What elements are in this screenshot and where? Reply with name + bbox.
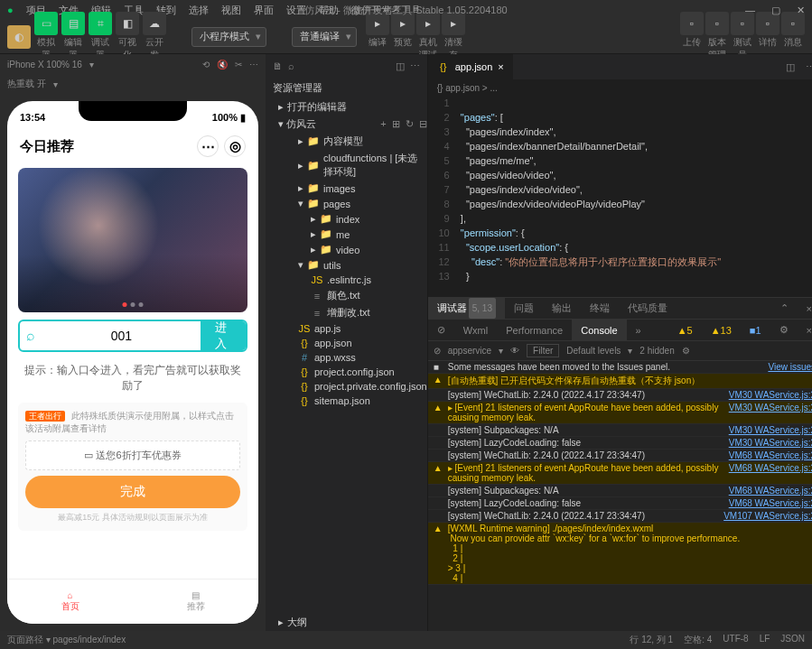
levels-select[interactable]: Default levels <box>566 346 621 356</box>
close-icon[interactable]: × <box>798 298 812 319</box>
target-icon[interactable]: ◎ <box>224 135 246 157</box>
tree-node[interactable]: ▾ 📁 utils <box>266 257 427 273</box>
banner-image[interactable] <box>18 168 247 312</box>
menu-item[interactable]: 帮助 <box>319 4 339 17</box>
devtool-tab[interactable]: 调试器5, 13 <box>428 298 505 319</box>
rotate-icon[interactable]: ⟲ <box>202 60 210 70</box>
source-link[interactable]: VM30 WAService.js:2 <box>729 403 812 422</box>
avatar-icon[interactable]: ◐ <box>7 25 31 49</box>
source-link[interactable]: VM68 WAService.js:2 <box>729 463 812 483</box>
tree-node[interactable]: {} project.private.config.json <box>266 379 427 394</box>
search-icon[interactable]: ⌕ <box>288 60 294 71</box>
menu-item[interactable]: 视图 <box>221 4 241 17</box>
tree-node[interactable]: JS .eslintrc.js <box>266 273 427 287</box>
project-root[interactable]: ▾ 仿风云 +⊞↻⊟ <box>266 116 427 133</box>
code-editor[interactable]: 12345678910111213 "pages": [ "pages/inde… <box>428 96 812 297</box>
menu-icon[interactable]: ⋯ <box>197 135 219 157</box>
hot-reload[interactable]: 热重载 开 <box>7 78 46 90</box>
menu-item[interactable]: 界面 <box>254 4 274 17</box>
compile-select[interactable]: 普通编译 <box>292 27 357 47</box>
toolbar-button[interactable]: ▫ <box>680 12 704 35</box>
refresh-icon[interactable]: ↻ <box>406 118 414 130</box>
close-icon[interactable]: ✕ <box>797 0 805 20</box>
tab-console[interactable]: Console <box>572 320 626 340</box>
tab-app-json[interactable]: {}app.json× <box>428 54 513 79</box>
new-folder-icon[interactable]: ⊞ <box>392 118 400 130</box>
settings-icon[interactable]: ⚙ <box>770 320 798 340</box>
collapse-icon[interactable]: ⊟ <box>419 118 427 130</box>
eye-icon[interactable]: 👁 <box>510 346 519 356</box>
action-button[interactable]: ▸ <box>366 12 389 35</box>
more-icon[interactable]: ⋯ <box>800 61 812 73</box>
clear-icon[interactable]: ⊘ <box>434 346 441 356</box>
tab-home[interactable]: ⌂首页 <box>7 579 133 624</box>
tree-node[interactable]: ▸ 📁 me <box>266 227 427 242</box>
tree-node[interactable]: ▸ 📁 video <box>266 242 427 257</box>
filter-input[interactable]: Filter <box>527 344 559 357</box>
split-icon[interactable]: ◫ <box>396 60 405 72</box>
tree-node[interactable]: ▸ 📁 index <box>266 211 427 227</box>
gear-icon[interactable]: ⚙ <box>682 346 690 356</box>
tree-node[interactable]: ▸ 📁 images <box>266 181 427 196</box>
simulator-button[interactable]: ▭ <box>34 12 58 35</box>
devtool-tab[interactable]: 代码质量 <box>619 298 677 319</box>
open-editors[interactable]: ▸ 打开的编辑器 <box>266 98 427 116</box>
debugger-button[interactable]: ⌗ <box>89 12 112 35</box>
tab-recommend[interactable]: ▤推荐 <box>133 579 258 624</box>
tree-node[interactable]: ▸ 📁 内容模型 <box>266 133 427 150</box>
more-icon[interactable]: ⋯ <box>249 60 258 70</box>
action-button[interactable]: ▸ <box>416 12 440 35</box>
close-tab-icon[interactable]: × <box>498 61 503 72</box>
source-link[interactable]: VM30 WAService.js:2 <box>729 425 812 435</box>
tab-wxml[interactable]: Wxml <box>454 320 498 340</box>
menu-item[interactable]: 选择 <box>189 4 209 17</box>
close-devtools-icon[interactable]: × <box>798 320 812 340</box>
outline[interactable]: ▸ 大纲 <box>266 614 427 631</box>
tree-node[interactable]: ▸ 📁 cloudfunctions | [未选择环境] <box>266 150 427 181</box>
mute-icon[interactable]: 🔇 <box>217 60 228 70</box>
maximize-icon[interactable]: ▢ <box>771 0 780 20</box>
tree-node[interactable]: {} project.config.json <box>266 365 427 379</box>
source-link[interactable]: VM30 WAService.js:2 <box>729 438 812 448</box>
device-select[interactable]: iPhone X 100% 16 <box>7 60 82 70</box>
action-button[interactable]: ▸ <box>442 12 465 35</box>
source-link[interactable]: VM30 WAService.js:2 <box>729 390 812 400</box>
new-file-icon[interactable]: + <box>380 118 386 130</box>
tree-node[interactable]: ≡ 增删改.txt <box>266 304 427 321</box>
menu-item[interactable]: 设置 <box>286 4 306 17</box>
complete-button[interactable]: 完成 <box>25 476 240 508</box>
toolbar-button[interactable]: ▫ <box>705 12 729 35</box>
cloud-button[interactable]: ☁ <box>143 12 166 35</box>
stop-icon[interactable]: ⊘ <box>428 320 454 340</box>
breadcrumb[interactable]: {} app.json > ... <box>428 79 812 96</box>
editor-button[interactable]: ▤ <box>61 12 85 35</box>
expand-icon[interactable]: ⌃ <box>771 298 798 319</box>
visual-button[interactable]: ◧ <box>116 12 139 35</box>
source-link[interactable]: VM68 WAService.js:2 <box>729 450 812 460</box>
files-icon[interactable]: 🗎 <box>273 60 283 71</box>
enter-button[interactable]: 进入 <box>201 321 246 350</box>
code-input[interactable] <box>42 329 201 343</box>
ad-card[interactable]: 王者出行 此特殊纸质供演示使用附属，以样式点击该活动附属查看详情 ▭ 送您6折打… <box>18 403 247 531</box>
source-link[interactable]: VM107 WAService.js:2 <box>723 511 812 521</box>
minimize-icon[interactable]: — <box>745 0 755 20</box>
more-tabs-icon[interactable]: » <box>627 320 650 340</box>
tree-node[interactable]: {} app.json <box>266 336 427 350</box>
tree-node[interactable]: ≡ 颜色.txt <box>266 287 427 304</box>
mode-select[interactable]: 小程序模式 <box>191 27 266 47</box>
action-button[interactable]: ▸ <box>391 12 415 35</box>
page-path[interactable]: 页面路径 ▾ pages/index/index <box>7 634 126 646</box>
tree-node[interactable]: JS app.js <box>266 321 427 336</box>
tree-node[interactable]: # app.wxss <box>266 350 427 365</box>
source-link[interactable]: View issues <box>768 362 812 372</box>
devtool-tab[interactable]: 终端 <box>581 298 619 319</box>
tree-node[interactable]: ▾ 📁 pages <box>266 196 427 211</box>
source-link[interactable]: VM68 WAService.js:2 <box>729 486 812 496</box>
split-editor-icon[interactable]: ◫ <box>780 61 800 73</box>
more-icon[interactable]: ⋯ <box>410 60 420 72</box>
cut-icon[interactable]: ✂ <box>235 60 242 70</box>
tab-performance[interactable]: Performance <box>497 320 572 340</box>
tree-node[interactable]: {} sitemap.json <box>266 394 427 408</box>
devtool-tab[interactable]: 问题 <box>505 298 543 319</box>
source-link[interactable]: VM68 WAService.js:2 <box>729 498 812 508</box>
